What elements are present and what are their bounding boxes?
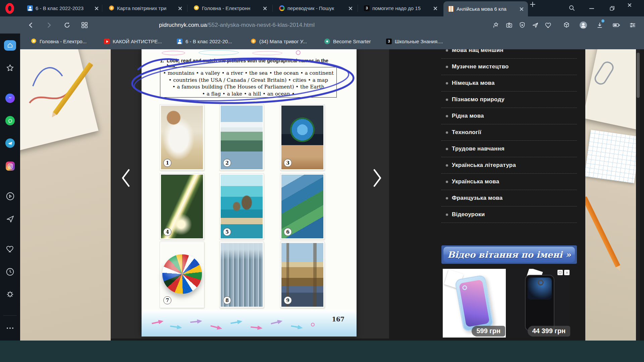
menu-label: Рідна мова <box>452 113 484 119</box>
settings-gear-icon[interactable] <box>0 287 20 302</box>
doodle-decoration <box>199 50 239 55</box>
messenger-icon[interactable] <box>0 91 20 106</box>
easy-setup-sliders-icon[interactable] <box>626 16 639 34</box>
graph-paper-decoration <box>585 130 636 183</box>
minimize-button[interactable] <box>589 8 594 9</box>
bookmark-label: 6 - В клас 2022-20... <box>185 39 232 44</box>
sidebar-item-ukrainska-literatura[interactable]: Українська література <box>441 157 577 174</box>
bookmark-item[interactable]: КАКОЙ АНТИСТРЕ... <box>104 34 162 49</box>
person-icon <box>177 39 182 44</box>
snapshot-camera-icon[interactable] <box>502 16 516 34</box>
sidebar-item-ukrainska-mova[interactable]: Українська мова <box>441 174 577 190</box>
bookmarks-star-icon[interactable] <box>0 61 20 75</box>
textbook-page: 1. Look, read and match the pictures wit… <box>142 49 357 337</box>
tab-6-active[interactable]: Анлійська мова 6 кла <box>443 1 528 16</box>
previous-page-arrow[interactable] <box>118 167 133 189</box>
sidebar-item-trudove-navchannia[interactable]: Трудове навчання <box>441 141 577 157</box>
book-favicon <box>448 6 454 12</box>
bullet-icon <box>446 115 448 117</box>
tab-separator <box>102 5 102 12</box>
scrollbar-thumb[interactable] <box>637 53 640 98</box>
bookmark-item[interactable]: 3 Школьные Знания.... <box>386 34 443 49</box>
tab-title: Головна - Електронн <box>202 5 259 11</box>
profile-avatar[interactable] <box>577 16 590 34</box>
bookmark-item[interactable]: Головна - Електро... <box>31 34 87 49</box>
opera-sidebar <box>0 34 20 341</box>
sidebar-setup-ellipsis-icon[interactable] <box>0 320 20 335</box>
reload-button[interactable] <box>60 16 74 34</box>
alert-siren-favicon <box>109 5 114 11</box>
bullet-icon <box>446 82 448 84</box>
sidebar-item-videouroky[interactable]: Відеоуроки <box>441 206 577 223</box>
tab-close-icon[interactable] <box>432 5 438 11</box>
instagram-icon[interactable] <box>0 159 20 173</box>
tab-search-icon[interactable] <box>568 4 576 12</box>
bookmark-item[interactable]: (34) Мапа тривог У... <box>251 34 307 49</box>
home-speed-dial-icon[interactable] <box>0 38 20 53</box>
send-to-flow-icon[interactable] <box>529 16 542 34</box>
url-bar[interactable]: pidruchnyk.com.ua/552-anlyska-mova-nesvt… <box>159 16 315 34</box>
adblock-shield-icon[interactable] <box>516 16 529 34</box>
player-icon[interactable] <box>0 189 20 203</box>
tab-close-icon[interactable] <box>519 6 525 12</box>
sidebar-item-mova-nac-menshyn[interactable]: Мова нац меншин <box>441 49 577 59</box>
tab-title: 6 - В клас 2022-2023 <box>36 5 91 11</box>
ad-info-icon[interactable] <box>557 270 563 275</box>
whatsapp-icon[interactable] <box>0 113 20 128</box>
sidebar-item-frantsuzka-mova[interactable]: Французька мова <box>441 190 577 206</box>
extensions-cube-icon[interactable] <box>560 16 573 34</box>
menu-label: Трудове навчання <box>452 145 504 152</box>
rail-divider <box>3 315 17 316</box>
video-greeting-banner[interactable]: Відео вітання по імені » <box>441 245 577 264</box>
tab-4[interactable]: переводчик - Пошук <box>274 0 357 16</box>
personal-news-heart-icon[interactable] <box>0 241 20 256</box>
tab-1[interactable]: 6 - В клас 2022-2023 <box>22 0 103 16</box>
arrow-decoration <box>170 324 182 330</box>
menu-label: Мова нац меншин <box>452 49 503 54</box>
history-clock-icon[interactable] <box>0 264 20 279</box>
ad-product-phone-case[interactable]: 599 грн <box>443 269 506 338</box>
tab-separator <box>187 5 187 12</box>
bullet-icon <box>446 131 448 134</box>
ad-product-phone[interactable]: 44 399 грн <box>507 269 571 338</box>
pencil-decoration <box>585 196 621 267</box>
doodle-decoration <box>162 51 185 55</box>
address-toolbar: VPN pidruchnyk.com.ua/552-anlyska-mova-n… <box>0 16 644 34</box>
next-page-arrow[interactable] <box>370 167 385 189</box>
tab-close-icon[interactable] <box>177 5 183 11</box>
bookmark-item[interactable]: Become Smarter <box>324 34 371 49</box>
bookmark-label: Become Smarter <box>333 39 371 44</box>
bookmark-item[interactable]: 6 - В клас 2022-20... <box>177 34 232 49</box>
speed-dial-grid-icon[interactable] <box>78 16 91 34</box>
page-scrollbar[interactable] <box>636 49 640 341</box>
forward-button[interactable] <box>42 16 56 34</box>
sidebar-item-tekhnolohii[interactable]: Технології <box>441 124 577 141</box>
sidebar-item-nimetska-mova[interactable]: Німецька мова <box>441 75 577 92</box>
menu-label: Німецька мова <box>452 80 495 86</box>
favorites-heart-icon[interactable] <box>542 16 555 34</box>
maximize-button[interactable] <box>609 5 615 11</box>
ad-close-icon[interactable] <box>564 270 570 275</box>
bullet-icon <box>446 66 448 68</box>
photo-number: 6 <box>284 228 292 236</box>
sidebar-item-ridna-mova[interactable]: Рідна мова <box>441 108 577 124</box>
tab-3[interactable]: Головна - Електронн <box>189 0 271 16</box>
alert-siren-icon <box>251 39 256 44</box>
downloads-icon[interactable] <box>593 16 606 34</box>
sidebar-item-piznaiemo-pryrodu[interactable]: Пізнаємо природу <box>441 92 577 108</box>
arrow-decoration <box>250 325 263 330</box>
telegram-icon[interactable] <box>0 136 20 150</box>
bookmark-page-icon[interactable] <box>489 16 502 34</box>
tab-5[interactable]: 3 помогите надо до 15 <box>359 0 442 16</box>
tab-close-icon[interactable] <box>262 5 268 11</box>
opera-logo[interactable] <box>5 3 14 14</box>
bullet-icon <box>446 49 448 52</box>
tab-close-icon[interactable] <box>94 5 100 11</box>
menu-label: Українська література <box>452 162 516 169</box>
tab-2[interactable]: Карта повітряних три <box>104 0 186 16</box>
battery-saver-icon[interactable] <box>610 16 623 34</box>
my-flow-icon[interactable] <box>0 212 20 226</box>
sidebar-item-muzychne-mystetstvo[interactable]: Музичне мистецтво <box>441 59 577 75</box>
tab-close-icon[interactable] <box>347 5 354 11</box>
back-button[interactable] <box>24 16 38 34</box>
